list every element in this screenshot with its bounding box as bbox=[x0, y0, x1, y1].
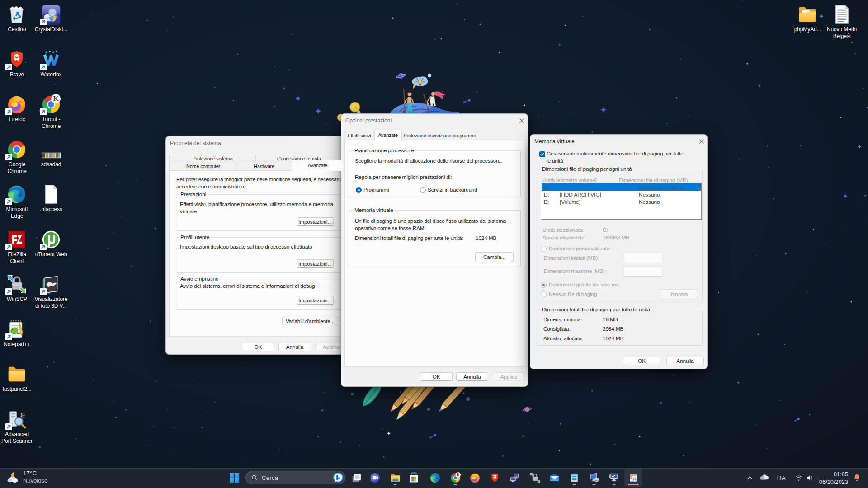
cancel-button[interactable]: Annulla bbox=[278, 343, 311, 351]
cancel-button[interactable]: Annulla bbox=[456, 372, 488, 381]
recommended-label: Consigliata: bbox=[543, 326, 571, 333]
apply-button[interactable]: Applica bbox=[493, 372, 525, 381]
microsoft-store-button[interactable] bbox=[405, 469, 423, 487]
radio-system-managed[interactable] bbox=[541, 282, 547, 288]
desktop-icon-recyclebin[interactable]: Cestino bbox=[0, 4, 33, 33]
tray-time: 01:05 bbox=[819, 471, 848, 479]
desktop-icon-photostrip[interactable]: sdsadad bbox=[34, 139, 67, 168]
desktop-icon-firefox[interactable]: Firefox bbox=[0, 94, 33, 123]
ok-button[interactable]: OK bbox=[623, 357, 660, 365]
tab-protezione-esecuzione[interactable]: Protezione esecuzione programmi bbox=[401, 131, 477, 140]
desktop-icon-brave[interactable]: Brave bbox=[0, 49, 33, 78]
auto-manage-label[interactable]: Gestisci automaticamente dimensioni file… bbox=[547, 150, 686, 164]
desktop-icon-folder[interactable]: fastpanel2... bbox=[0, 364, 33, 393]
tab-protezione-sistema[interactable]: Protezione sistema bbox=[169, 155, 256, 162]
desktop-icon-filezilla[interactable]: FileZilla Client bbox=[0, 229, 33, 265]
radio-custom-size-label[interactable]: Dimensioni personalizzate: bbox=[549, 245, 611, 253]
scheduling-prompt: Regola per ottenere migliori prestazioni… bbox=[355, 174, 518, 181]
desktop-icon-utorrent[interactable]: uTorrent Web bbox=[34, 229, 67, 258]
shortcut-arrow-icon bbox=[40, 244, 47, 250]
weather-widget[interactable]: 17°C Nuvoloso bbox=[6, 470, 47, 484]
tray-chevron-up-icon[interactable] bbox=[744, 469, 755, 487]
task-view-button[interactable] bbox=[347, 469, 365, 487]
desktop-icon-textdoc[interactable]: Nuovo Metin Belgesi bbox=[825, 4, 858, 40]
radio-servizi-label[interactable]: Servizi in background bbox=[428, 187, 477, 194]
radio-system-managed-label[interactable]: Dimensioni gestite dal sistema bbox=[549, 282, 619, 289]
desktop-icon-edge[interactable]: Microsoft Edge bbox=[0, 184, 33, 220]
drive-row[interactable]: E: [Volume] Nessuno bbox=[542, 198, 701, 206]
folderdoc-icon bbox=[797, 4, 818, 25]
desktop-icon-chrome[interactable]: Google Chrome bbox=[0, 139, 33, 175]
tray-volume-icon[interactable] bbox=[804, 469, 815, 487]
desktop-icon-waterfox[interactable]: Waterfox bbox=[34, 49, 67, 78]
initial-size-input[interactable] bbox=[624, 253, 662, 263]
tab-effetti-visivi[interactable]: Effetti visivi bbox=[344, 131, 374, 140]
set-button[interactable]: Imposta bbox=[660, 289, 697, 299]
radio-programmi[interactable] bbox=[356, 187, 362, 193]
admin-note: Per poter eseguire la maggior parte dell… bbox=[176, 176, 352, 190]
desktop-icon-chromek[interactable]: Turgut - Chrome bbox=[34, 94, 67, 130]
drive-list[interactable]: C: Gestito dal sistema D: [HDD ARCHIVIO]… bbox=[541, 183, 702, 220]
profiles-settings-button[interactable]: Impostazioni... bbox=[297, 259, 334, 268]
search-box[interactable]: Cerca bbox=[245, 471, 345, 484]
edge-button[interactable] bbox=[426, 469, 444, 487]
ok-button[interactable]: OK bbox=[420, 372, 453, 381]
virtual-memory-dialog: Memoria virtuale Gestisci automaticament… bbox=[530, 134, 708, 369]
remote-computers-button[interactable] bbox=[506, 469, 524, 487]
performance-settings-button[interactable]: Impostazioni... bbox=[297, 217, 334, 226]
max-size-label: Dimensioni massime (MB): bbox=[544, 268, 606, 275]
running-indicator bbox=[612, 484, 615, 485]
radio-programmi-label[interactable]: Programmi bbox=[363, 187, 389, 194]
file-explorer-button[interactable] bbox=[386, 469, 404, 487]
bing-icon bbox=[332, 472, 344, 483]
pc-check-button[interactable] bbox=[605, 469, 623, 487]
start-button[interactable] bbox=[226, 469, 244, 487]
chrome-k-button[interactable] bbox=[446, 469, 464, 487]
initial-size-label: Dimensioni iniziali (MB): bbox=[544, 255, 599, 262]
drive-size: Nessuno bbox=[639, 199, 660, 205]
tab-avanzate[interactable]: Avanzate bbox=[292, 160, 343, 171]
desktop-icon-crystaldisk[interactable]: CrystalDiskI... bbox=[34, 4, 67, 33]
tab-hardware[interactable]: Hardware bbox=[237, 162, 291, 171]
snipping-tool-button[interactable] bbox=[624, 469, 642, 487]
desktop-icon-portscanner[interactable]: Advanced Port Scanner bbox=[0, 409, 33, 445]
desktop-icon-blankdoc[interactable]: .htaccess bbox=[34, 184, 67, 213]
environment-variables-button[interactable]: Variabili d'ambiente... bbox=[282, 317, 338, 325]
desktop-icon-label: phpMyAd... bbox=[791, 26, 824, 33]
radio-no-paging-label[interactable]: Nessun file di paging bbox=[549, 291, 597, 298]
mail-button[interactable] bbox=[546, 469, 564, 487]
firefox-button[interactable] bbox=[466, 469, 484, 487]
tray-language[interactable]: ITA bbox=[774, 469, 788, 487]
brave-button[interactable] bbox=[486, 469, 504, 487]
auto-manage-checkbox[interactable] bbox=[539, 151, 545, 157]
desktop-icon-photos3d[interactable]: Visualizzatore di foto 3D V... bbox=[34, 274, 67, 310]
running-indicator bbox=[454, 484, 457, 485]
desktop-icon-winscp[interactable]: WinSCP bbox=[0, 274, 33, 303]
desktop-icon-folderdoc[interactable]: phpMyAd... bbox=[791, 4, 824, 33]
radio-custom-size[interactable] bbox=[541, 246, 547, 252]
startup-settings-button[interactable]: Impostazioni... bbox=[297, 296, 334, 305]
desktop-icon-label: sdsadad bbox=[34, 161, 67, 168]
remote-session-button[interactable] bbox=[585, 469, 603, 487]
max-size-input[interactable] bbox=[624, 267, 662, 277]
weather-text: 17°C Nuvoloso bbox=[23, 470, 47, 484]
chat-button[interactable] bbox=[366, 469, 384, 487]
notepad-button[interactable] bbox=[565, 469, 583, 487]
tray-onedrive-icon[interactable] bbox=[759, 469, 769, 487]
cancel-button[interactable]: Annulla bbox=[666, 357, 704, 365]
ok-button[interactable]: OK bbox=[242, 343, 274, 351]
radio-no-paging[interactable] bbox=[541, 291, 547, 297]
tray-wifi-icon[interactable] bbox=[793, 469, 804, 487]
close-icon[interactable] bbox=[518, 117, 525, 124]
drive-row[interactable]: D: [HDD ARCHIVIO] Nessuno bbox=[542, 191, 701, 198]
close-icon[interactable] bbox=[698, 138, 705, 145]
tab-nome-computer[interactable]: Nome computer bbox=[169, 162, 237, 171]
change-button[interactable]: Cambia... bbox=[475, 252, 514, 262]
desktop-icon-notepadpp[interactable]: Notepad++ bbox=[0, 319, 33, 348]
radio-servizi-background[interactable] bbox=[420, 187, 426, 193]
tray-clock[interactable]: 01:05 06/10/2023 bbox=[819, 471, 848, 486]
drive-row-selected[interactable]: C: Gestito dal sistema bbox=[542, 183, 701, 191]
winscp-button[interactable] bbox=[526, 469, 544, 487]
tray-notification-bell-icon[interactable] bbox=[851, 469, 863, 487]
tab-avanzate[interactable]: Avanzate bbox=[374, 130, 401, 141]
